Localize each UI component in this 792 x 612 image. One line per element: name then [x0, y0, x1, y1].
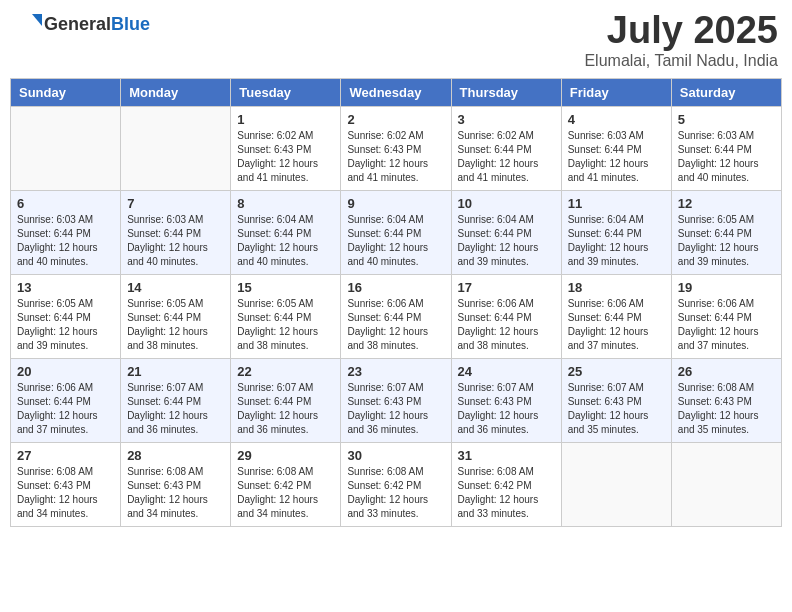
calendar-cell: 28Sunrise: 6:08 AMSunset: 6:43 PMDayligh…: [121, 442, 231, 526]
day-info: Sunrise: 6:02 AMSunset: 6:44 PMDaylight:…: [458, 129, 555, 185]
day-info: Sunrise: 6:06 AMSunset: 6:44 PMDaylight:…: [678, 297, 775, 353]
day-info: Sunrise: 6:02 AMSunset: 6:43 PMDaylight:…: [347, 129, 444, 185]
day-number: 26: [678, 364, 775, 379]
day-info: Sunrise: 6:03 AMSunset: 6:44 PMDaylight:…: [568, 129, 665, 185]
month-title: July 2025: [584, 10, 778, 52]
day-number: 2: [347, 112, 444, 127]
day-number: 20: [17, 364, 114, 379]
day-info: Sunrise: 6:03 AMSunset: 6:44 PMDaylight:…: [678, 129, 775, 185]
day-info: Sunrise: 6:04 AMSunset: 6:44 PMDaylight:…: [458, 213, 555, 269]
day-number: 22: [237, 364, 334, 379]
calendar-cell: 10Sunrise: 6:04 AMSunset: 6:44 PMDayligh…: [451, 190, 561, 274]
col-header-wednesday: Wednesday: [341, 78, 451, 106]
day-info: Sunrise: 6:07 AMSunset: 6:44 PMDaylight:…: [127, 381, 224, 437]
day-info: Sunrise: 6:07 AMSunset: 6:43 PMDaylight:…: [568, 381, 665, 437]
calendar-cell: 7Sunrise: 6:03 AMSunset: 6:44 PMDaylight…: [121, 190, 231, 274]
location-title: Elumalai, Tamil Nadu, India: [584, 52, 778, 70]
calendar-cell: 22Sunrise: 6:07 AMSunset: 6:44 PMDayligh…: [231, 358, 341, 442]
calendar-header-row: SundayMondayTuesdayWednesdayThursdayFrid…: [11, 78, 782, 106]
day-info: Sunrise: 6:05 AMSunset: 6:44 PMDaylight:…: [678, 213, 775, 269]
calendar-week-row: 20Sunrise: 6:06 AMSunset: 6:44 PMDayligh…: [11, 358, 782, 442]
calendar-cell: 25Sunrise: 6:07 AMSunset: 6:43 PMDayligh…: [561, 358, 671, 442]
calendar-week-row: 13Sunrise: 6:05 AMSunset: 6:44 PMDayligh…: [11, 274, 782, 358]
calendar-cell: 20Sunrise: 6:06 AMSunset: 6:44 PMDayligh…: [11, 358, 121, 442]
calendar-cell: 27Sunrise: 6:08 AMSunset: 6:43 PMDayligh…: [11, 442, 121, 526]
day-info: Sunrise: 6:04 AMSunset: 6:44 PMDaylight:…: [568, 213, 665, 269]
calendar-cell: 17Sunrise: 6:06 AMSunset: 6:44 PMDayligh…: [451, 274, 561, 358]
day-number: 19: [678, 280, 775, 295]
logo-icon: [14, 10, 42, 38]
day-number: 11: [568, 196, 665, 211]
calendar-cell: 6Sunrise: 6:03 AMSunset: 6:44 PMDaylight…: [11, 190, 121, 274]
day-number: 25: [568, 364, 665, 379]
calendar-cell: 4Sunrise: 6:03 AMSunset: 6:44 PMDaylight…: [561, 106, 671, 190]
day-number: 1: [237, 112, 334, 127]
calendar-cell: 29Sunrise: 6:08 AMSunset: 6:42 PMDayligh…: [231, 442, 341, 526]
calendar-cell: 19Sunrise: 6:06 AMSunset: 6:44 PMDayligh…: [671, 274, 781, 358]
calendar-cell: 9Sunrise: 6:04 AMSunset: 6:44 PMDaylight…: [341, 190, 451, 274]
calendar-week-row: 6Sunrise: 6:03 AMSunset: 6:44 PMDaylight…: [11, 190, 782, 274]
calendar-week-row: 27Sunrise: 6:08 AMSunset: 6:43 PMDayligh…: [11, 442, 782, 526]
day-info: Sunrise: 6:06 AMSunset: 6:44 PMDaylight:…: [458, 297, 555, 353]
day-info: Sunrise: 6:07 AMSunset: 6:43 PMDaylight:…: [347, 381, 444, 437]
day-info: Sunrise: 6:08 AMSunset: 6:42 PMDaylight:…: [458, 465, 555, 521]
day-number: 17: [458, 280, 555, 295]
day-number: 23: [347, 364, 444, 379]
day-number: 16: [347, 280, 444, 295]
day-info: Sunrise: 6:04 AMSunset: 6:44 PMDaylight:…: [347, 213, 444, 269]
day-number: 10: [458, 196, 555, 211]
day-number: 15: [237, 280, 334, 295]
day-info: Sunrise: 6:03 AMSunset: 6:44 PMDaylight:…: [17, 213, 114, 269]
day-number: 28: [127, 448, 224, 463]
calendar-cell: 12Sunrise: 6:05 AMSunset: 6:44 PMDayligh…: [671, 190, 781, 274]
title-block: July 2025 Elumalai, Tamil Nadu, India: [584, 10, 778, 70]
day-info: Sunrise: 6:05 AMSunset: 6:44 PMDaylight:…: [17, 297, 114, 353]
calendar-cell: 3Sunrise: 6:02 AMSunset: 6:44 PMDaylight…: [451, 106, 561, 190]
day-info: Sunrise: 6:02 AMSunset: 6:43 PMDaylight:…: [237, 129, 334, 185]
calendar-cell: [671, 442, 781, 526]
calendar-cell: 1Sunrise: 6:02 AMSunset: 6:43 PMDaylight…: [231, 106, 341, 190]
logo: GeneralBlue: [14, 10, 150, 38]
logo-blue-text: Blue: [111, 14, 150, 34]
calendar-cell: 24Sunrise: 6:07 AMSunset: 6:43 PMDayligh…: [451, 358, 561, 442]
day-number: 3: [458, 112, 555, 127]
svg-marker-1: [32, 14, 42, 26]
calendar-cell: 14Sunrise: 6:05 AMSunset: 6:44 PMDayligh…: [121, 274, 231, 358]
day-number: 21: [127, 364, 224, 379]
col-header-sunday: Sunday: [11, 78, 121, 106]
calendar-cell: 8Sunrise: 6:04 AMSunset: 6:44 PMDaylight…: [231, 190, 341, 274]
col-header-friday: Friday: [561, 78, 671, 106]
calendar-cell: 2Sunrise: 6:02 AMSunset: 6:43 PMDaylight…: [341, 106, 451, 190]
day-info: Sunrise: 6:08 AMSunset: 6:42 PMDaylight:…: [347, 465, 444, 521]
day-info: Sunrise: 6:03 AMSunset: 6:44 PMDaylight:…: [127, 213, 224, 269]
day-number: 30: [347, 448, 444, 463]
day-number: 7: [127, 196, 224, 211]
calendar-cell: 13Sunrise: 6:05 AMSunset: 6:44 PMDayligh…: [11, 274, 121, 358]
calendar-cell: 18Sunrise: 6:06 AMSunset: 6:44 PMDayligh…: [561, 274, 671, 358]
calendar-week-row: 1Sunrise: 6:02 AMSunset: 6:43 PMDaylight…: [11, 106, 782, 190]
calendar-cell: [561, 442, 671, 526]
day-info: Sunrise: 6:05 AMSunset: 6:44 PMDaylight:…: [127, 297, 224, 353]
day-number: 13: [17, 280, 114, 295]
day-number: 12: [678, 196, 775, 211]
day-info: Sunrise: 6:07 AMSunset: 6:43 PMDaylight:…: [458, 381, 555, 437]
calendar-cell: [11, 106, 121, 190]
day-info: Sunrise: 6:06 AMSunset: 6:44 PMDaylight:…: [17, 381, 114, 437]
day-number: 14: [127, 280, 224, 295]
logo-general-text: General: [44, 14, 111, 34]
day-info: Sunrise: 6:08 AMSunset: 6:43 PMDaylight:…: [127, 465, 224, 521]
day-number: 24: [458, 364, 555, 379]
col-header-thursday: Thursday: [451, 78, 561, 106]
day-number: 8: [237, 196, 334, 211]
calendar-table: SundayMondayTuesdayWednesdayThursdayFrid…: [10, 78, 782, 527]
day-number: 31: [458, 448, 555, 463]
day-number: 18: [568, 280, 665, 295]
day-info: Sunrise: 6:04 AMSunset: 6:44 PMDaylight:…: [237, 213, 334, 269]
day-info: Sunrise: 6:06 AMSunset: 6:44 PMDaylight:…: [347, 297, 444, 353]
calendar-cell: 16Sunrise: 6:06 AMSunset: 6:44 PMDayligh…: [341, 274, 451, 358]
calendar-cell: 11Sunrise: 6:04 AMSunset: 6:44 PMDayligh…: [561, 190, 671, 274]
day-info: Sunrise: 6:08 AMSunset: 6:43 PMDaylight:…: [17, 465, 114, 521]
calendar-cell: 5Sunrise: 6:03 AMSunset: 6:44 PMDaylight…: [671, 106, 781, 190]
page-header: GeneralBlue July 2025 Elumalai, Tamil Na…: [10, 10, 782, 70]
col-header-saturday: Saturday: [671, 78, 781, 106]
